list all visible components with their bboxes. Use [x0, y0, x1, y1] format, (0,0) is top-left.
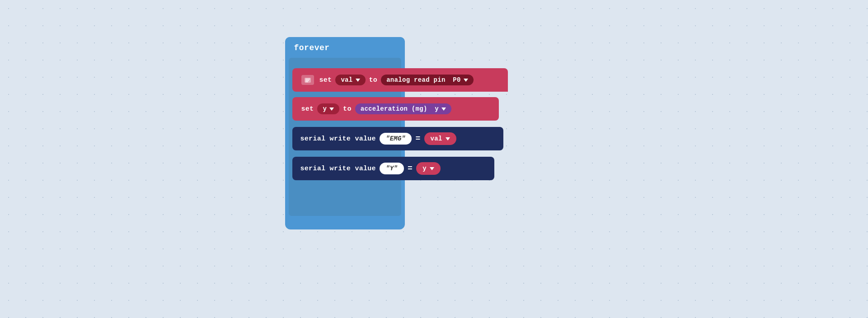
val-dropdown-2[interactable]: val	[424, 132, 456, 145]
accel-dropdown[interactable]: acceleration (mg) y	[355, 103, 451, 114]
comment-icon	[301, 75, 314, 85]
set-y-block[interactable]: set y to acceleration (mg) y	[292, 97, 499, 121]
val-arrow-2	[446, 137, 450, 140]
equals-2: =	[408, 164, 413, 173]
workspace: forever set val to analog read pin	[276, 23, 592, 295]
val-dropdown-1[interactable]: val	[335, 75, 365, 85]
forever-header: forever	[285, 37, 405, 58]
serial-emg-block[interactable]: serial write value "EMG" = val	[292, 127, 503, 150]
serial-write-label-1: serial write value	[300, 135, 376, 143]
accel-arrow	[441, 108, 446, 111]
y-arrow-1	[329, 108, 334, 111]
blocks-stack: set val to analog read pin P0 set y to a	[294, 66, 483, 182]
forever-label: forever	[294, 43, 330, 52]
serial-write-label-2: serial write value	[300, 165, 376, 173]
y-dropdown-2[interactable]: y	[416, 162, 441, 175]
set-label-1: set	[319, 76, 332, 84]
y-arrow-2	[430, 167, 434, 170]
y-dropdown-1[interactable]: y	[317, 103, 339, 114]
y-string[interactable]: "Y"	[380, 163, 404, 174]
emg-string[interactable]: "EMG"	[380, 133, 412, 145]
analog-read-pin-dropdown[interactable]: analog read pin P0	[381, 75, 474, 85]
serial-y-block[interactable]: serial write value "Y" = y	[292, 157, 494, 180]
pin-arrow	[464, 79, 468, 82]
equals-1: =	[415, 134, 420, 143]
to-label-2: to	[343, 105, 352, 113]
val-arrow-1	[356, 79, 360, 82]
set-label-2: set	[301, 105, 314, 113]
set-val-block[interactable]: set val to analog read pin P0	[292, 68, 508, 92]
to-label-1: to	[369, 76, 378, 84]
